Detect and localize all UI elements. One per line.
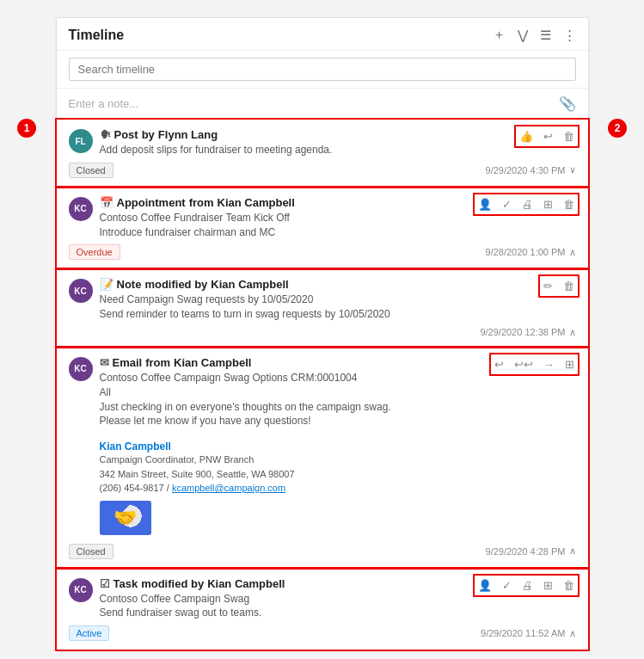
- print-icon[interactable]: 🖨: [520, 196, 535, 212]
- search-bar: [57, 51, 588, 89]
- timeline-item-appointment: KC 📅 Appointment from Kian Campbell Cont…: [57, 188, 588, 270]
- email-type-icon: ✉: [100, 356, 109, 369]
- more-icon[interactable]: ⋮: [563, 28, 576, 43]
- task-actions: 👤 ✓ 🖨 ⊞ 🗑: [476, 577, 576, 594]
- sig-address: 342 Main Street, Suite 900, Seattle, WA …: [100, 467, 486, 482]
- note-author: Kian Campbell: [211, 278, 288, 291]
- reply-all-icon[interactable]: ↩↩: [512, 356, 535, 373]
- task-badge: Active: [69, 625, 110, 641]
- thumbsup-icon[interactable]: 👍: [518, 128, 535, 145]
- sig-title: Campaign Coordinator, PNW Branch: [100, 453, 486, 467]
- task-title: ☑ Task modified by Kian Campbell: [100, 577, 469, 590]
- note-header: KC 📝 Note modified by Kian Campbell Need…: [69, 278, 576, 322]
- post-actions-wrapper: 👍 ↩ 🗑: [518, 128, 576, 145]
- email-chevron[interactable]: ∧: [569, 545, 576, 557]
- note-footer: 9/29/2020 12:38 PM ∧: [69, 327, 576, 338]
- task-assign-icon[interactable]: 👤: [476, 577, 494, 594]
- avatar-kc-note: KC: [69, 279, 93, 303]
- note-modified: modified by: [144, 278, 207, 291]
- header-icons: ＋ ⋁ ☰ ⋮: [493, 27, 576, 43]
- export-icon[interactable]: ⊞: [542, 196, 555, 212]
- appt-type-icon: 📅: [100, 196, 113, 209]
- task-type-icon: ☑: [100, 577, 110, 590]
- email-badge: Closed: [69, 544, 113, 559]
- note-placeholder[interactable]: Enter a note...: [69, 97, 139, 110]
- timeline-panel: Timeline ＋ ⋁ ☰ ⋮ Enter a note... 📎 FL: [56, 17, 589, 650]
- appt-header: KC 📅 Appointment from Kian Campbell Cont…: [69, 196, 576, 240]
- undo-icon[interactable]: ↩: [542, 128, 555, 145]
- appt-footer: Overdue 9/28/2020 1:00 PM ∧: [69, 244, 576, 260]
- timeline-item-note: KC 📝 Note modified by Kian Campbell Need…: [57, 269, 588, 348]
- email-type-label: Email: [113, 356, 143, 369]
- email-signature: Kian Campbell Campaign Coordinator, PNW …: [100, 435, 486, 539]
- check-icon[interactable]: ✓: [500, 196, 513, 212]
- post-author-prefix: by: [142, 128, 155, 141]
- task-chevron[interactable]: ∧: [569, 628, 576, 639]
- note-type-label: Note: [117, 278, 142, 291]
- task-header: KC ☑ Task modified by Kian Campbell Cont…: [69, 577, 576, 621]
- appt-author: Kian Campbell: [218, 196, 295, 209]
- task-delete-icon[interactable]: 🗑: [561, 577, 576, 594]
- appt-chevron[interactable]: ∧: [569, 247, 576, 258]
- appt-actions: 👤 ✓ 🖨 ⊞ 🗑: [476, 196, 576, 212]
- delete-icon-appt[interactable]: 🗑: [561, 196, 576, 212]
- email-actions: ↩ ↩↩ → ⊞: [493, 356, 576, 373]
- task-author: Kian Campbell: [207, 577, 285, 590]
- attach-icon[interactable]: 📎: [559, 95, 576, 112]
- appt-badge: Overdue: [69, 244, 120, 260]
- sort-icon[interactable]: ☰: [540, 28, 551, 43]
- appt-actions-wrapper: 👤 ✓ 🖨 ⊞ 🗑: [476, 196, 576, 212]
- task-footer: Active 9/29/2020 11:52 AM ∧: [69, 625, 576, 641]
- annotation-2: 2: [608, 119, 627, 138]
- task-timestamp: 9/29/2020 11:52 AM ∧: [481, 628, 575, 639]
- task-check-icon[interactable]: ✓: [500, 577, 513, 594]
- appt-body: Contoso Coffee Fundraiser Team Kick Off …: [100, 211, 469, 240]
- forward-icon[interactable]: →: [542, 356, 556, 373]
- panel-title: Timeline: [69, 28, 493, 43]
- email-from: from: [145, 356, 170, 369]
- task-print-icon[interactable]: 🖨: [520, 577, 535, 594]
- sig-phone: (206) 454-9817: [100, 483, 164, 493]
- panel-header: Timeline ＋ ⋁ ☰ ⋮: [57, 18, 588, 51]
- post-body: Add deposit slips for fundraiser to meet…: [100, 143, 511, 157]
- note-bar: Enter a note... 📎: [57, 89, 588, 120]
- task-type-label: Task: [113, 577, 138, 590]
- add-icon[interactable]: ＋: [493, 27, 506, 43]
- post-chevron[interactable]: ∨: [569, 164, 576, 176]
- post-title: 🗣 Post by Flynn Lang: [100, 128, 511, 141]
- post-type-icon: 🗣: [100, 128, 111, 141]
- post-timestamp: 9/29/2020 4:30 PM ∨: [486, 164, 576, 176]
- task-modified: modified by: [141, 577, 204, 590]
- email-header: KC ✉ Email from Kian Campbell Contoso Co…: [69, 356, 576, 539]
- task-export-icon[interactable]: ⊞: [542, 577, 555, 594]
- timeline-item-email: KC ✉ Email from Kian Campbell Contoso Co…: [57, 348, 588, 569]
- assign-icon[interactable]: 👤: [476, 196, 494, 212]
- timeline-item-task: KC ☑ Task modified by Kian Campbell Cont…: [57, 569, 588, 650]
- search-input[interactable]: [69, 58, 576, 81]
- appt-type-label: Appointment: [117, 196, 186, 209]
- note-title: 📝 Note modified by Kian Campbell: [100, 278, 535, 291]
- task-body: Contoso Coffee Campaign Swag Send fundra…: [100, 592, 469, 621]
- note-chevron[interactable]: ∧: [569, 327, 576, 338]
- page-container: 1 2 Timeline ＋ ⋁ ☰ ⋮ Enter a note... 📎: [17, 17, 627, 650]
- note-timestamp: 9/29/2020 12:38 PM ∧: [480, 327, 575, 338]
- sig-image-icon: 🤝: [100, 501, 151, 535]
- delete-icon[interactable]: 🗑: [561, 128, 576, 145]
- post-footer: Closed 9/29/2020 4:30 PM ∨: [69, 163, 576, 178]
- email-actions-wrapper: ↩ ↩↩ → ⊞: [493, 356, 576, 373]
- avatar-fl: FL: [69, 129, 93, 153]
- email-export-icon[interactable]: ⊞: [563, 356, 576, 373]
- delete-icon-note[interactable]: 🗑: [561, 278, 576, 294]
- appt-timestamp: 9/28/2020 1:00 PM ∧: [486, 247, 576, 258]
- note-type-icon: 📝: [100, 278, 113, 291]
- reply-icon[interactable]: ↩: [493, 356, 506, 373]
- annotation-1: 1: [17, 119, 36, 138]
- post-author: Flynn Lang: [158, 128, 218, 141]
- edit-icon[interactable]: ✏: [542, 278, 555, 294]
- filter-icon[interactable]: ⋁: [518, 28, 528, 43]
- post-type-label: Post: [114, 128, 138, 141]
- email-timestamp: 9/29/2020 4:28 PM ∧: [486, 545, 576, 557]
- post-badge: Closed: [69, 163, 113, 178]
- sig-phone-email: (206) 454-9817 / kcampbell@campaign.com: [100, 481, 486, 496]
- note-content: 📝 Note modified by Kian Campbell Need Ca…: [100, 278, 535, 322]
